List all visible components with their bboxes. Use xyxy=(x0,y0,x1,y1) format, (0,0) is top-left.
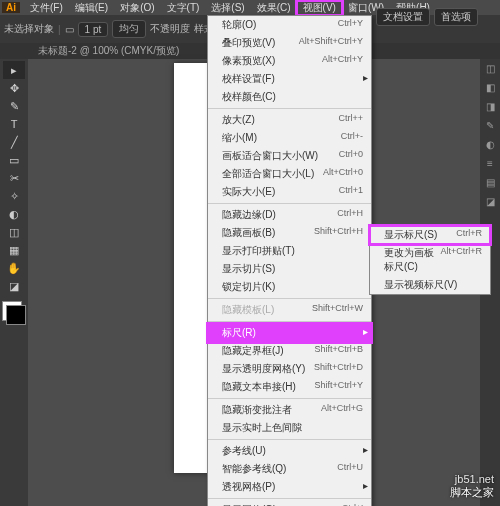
view-item[interactable]: 叠印预览(V)Alt+Shift+Ctrl+Y xyxy=(208,34,371,52)
view-item[interactable]: 隐藏渐变批注者Alt+Ctrl+G xyxy=(208,401,371,419)
panel-icon-0[interactable]: ◫ xyxy=(480,63,500,79)
stroke-swatch[interactable] xyxy=(6,305,26,325)
panel-icon-5[interactable]: ≡ xyxy=(480,158,500,174)
view-item[interactable]: 智能参考线(Q)Ctrl+U xyxy=(208,460,371,478)
menu-edit[interactable]: 编辑(E) xyxy=(69,1,114,15)
tool-6[interactable]: ✂ xyxy=(3,169,25,187)
menu-type[interactable]: 文字(T) xyxy=(161,1,206,15)
watermark-url: jb51.net xyxy=(450,473,494,485)
prefs-button[interactable]: 首选项 xyxy=(434,8,478,26)
panel-icon-4[interactable]: ◐ xyxy=(480,139,500,155)
tool-5[interactable]: ▭ xyxy=(3,151,25,169)
tool-0[interactable]: ▸ xyxy=(3,61,25,79)
view-item[interactable]: 隐藏边缘(D)Ctrl+H xyxy=(208,206,371,224)
watermark-text: 脚本之家 xyxy=(450,485,494,500)
view-item[interactable]: 参考线(U)▸ xyxy=(208,442,371,460)
tool-12[interactable]: ◪ xyxy=(3,277,25,295)
menu-select[interactable]: 选择(S) xyxy=(205,1,250,15)
view-item[interactable]: 全部适合窗口大小(L)Alt+Ctrl+0 xyxy=(208,165,371,183)
stroke-icon[interactable]: ▭ xyxy=(65,24,74,35)
tool-9[interactable]: ◫ xyxy=(3,223,25,241)
view-item: 隐藏模板(L)Shift+Ctrl+W xyxy=(208,301,371,319)
document-tab[interactable]: 未标题-2 @ 100% (CMYK/预览) xyxy=(30,43,187,59)
tool-4[interactable]: ╱ xyxy=(3,133,25,151)
tools-panel: ▸✥✎T╱▭✂✧◐◫▦✋◪ xyxy=(0,59,28,506)
menu-effect[interactable]: 效果(C) xyxy=(251,1,297,15)
view-item[interactable]: 校样颜色(C) xyxy=(208,88,371,106)
tool-11[interactable]: ✋ xyxy=(3,259,25,277)
view-item[interactable]: 显示实时上色间隙 xyxy=(208,419,371,437)
view-item[interactable]: 缩小(M)Ctrl+- xyxy=(208,129,371,147)
view-item[interactable]: 显示透明度网格(Y)Shift+Ctrl+D xyxy=(208,360,371,378)
tool-2[interactable]: ✎ xyxy=(3,97,25,115)
view-item[interactable]: 锁定切片(K) xyxy=(208,278,371,296)
panel-icon-6[interactable]: ▤ xyxy=(480,177,500,193)
panel-icon-1[interactable]: ◧ xyxy=(480,82,500,98)
menu-view[interactable]: 视图(V) xyxy=(297,1,342,15)
tool-7[interactable]: ✧ xyxy=(3,187,25,205)
view-item[interactable]: 隐藏画板(B)Shift+Ctrl+H xyxy=(208,224,371,242)
tool-8[interactable]: ◐ xyxy=(3,205,25,223)
view-item[interactable]: 像素预览(X)Alt+Ctrl+Y xyxy=(208,52,371,70)
tool-1[interactable]: ✥ xyxy=(3,79,25,97)
ruler-item[interactable]: 显示标尺(S)Ctrl+R xyxy=(370,226,490,244)
view-item[interactable]: 实际大小(E)Ctrl+1 xyxy=(208,183,371,201)
stroke-style-dropdown[interactable]: 均匀 xyxy=(112,20,146,38)
view-item[interactable]: 隐藏定界框(J)Shift+Ctrl+B xyxy=(208,342,371,360)
view-menu-dropdown: 轮廓(O)Ctrl+Y叠印预览(V)Alt+Shift+Ctrl+Y像素预览(X… xyxy=(207,15,372,506)
selection-status: 未选择对象 xyxy=(4,22,54,36)
ruler-item[interactable]: 显示视频标尺(V) xyxy=(370,276,490,294)
view-item[interactable]: 隐藏文本串接(H)Shift+Ctrl+Y xyxy=(208,378,371,396)
panel-icon-2[interactable]: ◨ xyxy=(480,101,500,117)
view-item[interactable]: 显示打印拼贴(T) xyxy=(208,242,371,260)
app-logo: Ai xyxy=(2,2,20,13)
view-item[interactable]: 显示网格(G)Ctrl+' xyxy=(208,501,371,506)
panel-icon-7[interactable]: ◪ xyxy=(480,196,500,212)
view-item[interactable]: 透视网格(P)▸ xyxy=(208,478,371,496)
view-item[interactable]: 校样设置(F)▸ xyxy=(208,70,371,88)
ruler-item[interactable]: 更改为画板标尺(C)Alt+Ctrl+R xyxy=(370,244,490,276)
menu-file[interactable]: 文件(F) xyxy=(24,1,69,15)
view-item[interactable]: 轮廓(O)Ctrl+Y xyxy=(208,16,371,34)
view-item[interactable]: 显示切片(S) xyxy=(208,260,371,278)
tool-3[interactable]: T xyxy=(3,115,25,133)
tool-10[interactable]: ▦ xyxy=(3,241,25,259)
stroke-weight-dropdown[interactable]: 1 pt xyxy=(78,22,109,37)
menu-object[interactable]: 对象(O) xyxy=(114,1,160,15)
view-item[interactable]: 标尺(R)▸ xyxy=(208,324,371,342)
doc-setup-button[interactable]: 文档设置 xyxy=(376,8,430,26)
ruler-submenu: 显示标尺(S)Ctrl+R更改为画板标尺(C)Alt+Ctrl+R显示视频标尺(… xyxy=(369,225,491,295)
watermark: jb51.net 脚本之家 xyxy=(450,473,494,500)
opacity-label: 不透明度 xyxy=(150,22,190,36)
view-item[interactable]: 放大(Z)Ctrl++ xyxy=(208,111,371,129)
view-item[interactable]: 画板适合窗口大小(W)Ctrl+0 xyxy=(208,147,371,165)
panel-icon-3[interactable]: ✎ xyxy=(480,120,500,136)
